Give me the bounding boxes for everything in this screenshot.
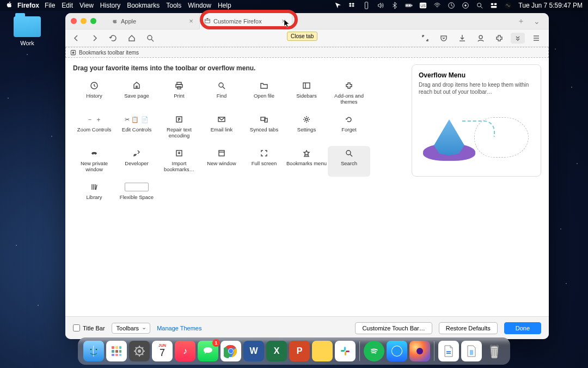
customize-item-repair-text[interactable]: Repair text encoding	[158, 112, 200, 143]
menu-tools[interactable]: Tools	[166, 2, 181, 9]
battery-icon[interactable]	[405, 2, 413, 9]
siri-icon[interactable]	[504, 2, 512, 9]
dock-slack[interactable]	[335, 341, 356, 361]
dock-music[interactable]: ♪	[175, 341, 195, 361]
app-menu-button[interactable]	[529, 33, 543, 44]
overflow-menu-panel[interactable]: Overflow Menu Drag and drop items here t…	[412, 64, 541, 177]
done-button[interactable]: Done	[504, 322, 541, 334]
dock-word[interactable]: W	[243, 341, 264, 361]
customize-item-edit-controls[interactable]: ✂ 📋 📄Edit Controls	[115, 112, 158, 143]
customize-item-zoom[interactable]: － ＋Zoom Controls	[73, 112, 115, 143]
dock-trash[interactable]	[484, 341, 505, 361]
downloads-button[interactable]	[455, 33, 469, 44]
menu-bookmarks[interactable]: Bookmarks	[127, 2, 160, 9]
customize-item-open-file[interactable]: Open file	[243, 79, 285, 109]
window-close-button[interactable]	[71, 18, 77, 24]
menu-file[interactable]: File	[45, 2, 55, 9]
menubar-app-name[interactable]: Firefox	[17, 2, 39, 9]
customize-item-search[interactable]: Search	[328, 146, 370, 177]
tabs-dropdown-button[interactable]: ⌄	[534, 17, 540, 26]
bluetooth-icon[interactable]	[391, 2, 399, 9]
location-icon[interactable]	[334, 2, 342, 9]
item-label: Open file	[254, 93, 274, 99]
customize-item-new-window[interactable]: New window	[200, 146, 243, 177]
customize-item-print[interactable]: Print	[158, 79, 200, 109]
customize-favicon	[204, 18, 211, 25]
forward-button[interactable]	[89, 33, 100, 44]
reload-button[interactable]	[108, 33, 119, 44]
spotlight-icon[interactable]	[476, 2, 483, 9]
search-button[interactable]	[145, 33, 156, 44]
customize-item-library[interactable]: Library	[73, 180, 115, 210]
menu-help[interactable]: Help	[218, 2, 231, 9]
customize-item-import-bm[interactable]: Import bookmarks…	[158, 146, 200, 177]
customize-item-developer[interactable]: Developer	[115, 146, 158, 177]
customize-item-bookmarks-menu[interactable]: Bookmarks menu	[285, 146, 328, 177]
home-button[interactable]	[126, 33, 137, 44]
dock-powerpoint[interactable]: P	[289, 341, 310, 361]
dock-messages[interactable]: 1	[198, 341, 218, 361]
customize-item-synced-tabs[interactable]: Synced tabs	[243, 112, 285, 143]
svg-rect-21	[177, 87, 181, 89]
sync-icon[interactable]	[448, 2, 455, 9]
tab-close-icon[interactable]: ×	[280, 17, 287, 25]
dropbox-icon[interactable]	[348, 2, 356, 9]
restore-defaults-button[interactable]: Restore Defaults	[439, 322, 498, 334]
overflow-button[interactable]	[511, 33, 525, 44]
dock-document-2[interactable]	[461, 341, 482, 361]
menu-window[interactable]: Window	[188, 2, 211, 9]
dock-spotify[interactable]	[364, 341, 384, 361]
pocket-button[interactable]	[437, 33, 451, 44]
title-bar-checkbox[interactable]: Title Bar	[73, 324, 105, 331]
account-button[interactable]	[474, 33, 488, 44]
customize-item-full-screen[interactable]: Full screen	[243, 146, 285, 177]
customize-item-new-private[interactable]: New private window	[73, 146, 115, 177]
customize-touchbar-button[interactable]: Customize Touch Bar…	[355, 322, 432, 334]
control-center-icon[interactable]	[490, 2, 498, 9]
menubar-clock[interactable]: Tue Jun 7 5:59:47 PM	[518, 2, 583, 9]
dock-safari[interactable]	[387, 341, 407, 361]
customize-item-forget[interactable]: Forget	[328, 112, 370, 143]
dock-document[interactable]	[438, 341, 459, 361]
customize-item-sidebars[interactable]: Sidebars	[285, 79, 328, 109]
extensions-button[interactable]	[492, 33, 506, 44]
customize-item-addons[interactable]: Add-ons and themes	[328, 79, 370, 109]
tab-apple[interactable]: Apple ×	[107, 13, 200, 29]
customize-item-flex-space[interactable]: Flexible Space	[115, 180, 158, 210]
tab-customize-firefox[interactable]: Customize Firefox ×	[200, 13, 292, 29]
tab-close-icon[interactable]: ×	[187, 17, 195, 25]
customize-item-save-page[interactable]: Save page	[115, 79, 158, 109]
input-source-icon[interactable]: US	[419, 2, 427, 9]
customize-item-email-link[interactable]: Email link	[200, 112, 243, 143]
window-zoom-button[interactable]	[90, 18, 96, 24]
manage-themes-link[interactable]: Manage Themes	[157, 325, 201, 331]
menu-history[interactable]: History	[100, 2, 120, 9]
dock-excel[interactable]: X	[266, 341, 287, 361]
back-button[interactable]	[71, 33, 82, 44]
dock-launchpad[interactable]	[106, 341, 127, 361]
dock-settings[interactable]	[129, 341, 150, 361]
item-label: Full screen	[252, 161, 277, 167]
window-minimize-button[interactable]	[81, 18, 87, 24]
menu-view[interactable]: View	[79, 2, 94, 9]
bookmarks-toolbar-placeholder[interactable]: Bookmarks toolbar items	[65, 47, 549, 58]
new-tab-button[interactable]: ＋	[517, 16, 525, 26]
dock-firefox[interactable]	[409, 341, 430, 361]
updates-icon[interactable]	[462, 2, 469, 9]
dock-notes[interactable]	[312, 341, 333, 361]
screenshot-button[interactable]	[418, 33, 432, 44]
customize-item-settings[interactable]: Settings	[285, 112, 328, 143]
desktop-folder-work[interactable]: Work	[11, 16, 44, 46]
dock-chrome[interactable]	[220, 341, 241, 361]
menu-edit[interactable]: Edit	[62, 2, 73, 9]
svg-rect-45	[119, 354, 121, 356]
toolbars-dropdown[interactable]: Toolbars	[112, 323, 151, 334]
customize-item-history[interactable]: History	[73, 79, 115, 109]
dock-calendar[interactable]: JUN7	[152, 341, 173, 361]
phone-icon[interactable]	[363, 2, 370, 9]
volume-icon[interactable]	[377, 2, 384, 9]
apple-menu-icon[interactable]	[5, 1, 13, 10]
customize-item-find[interactable]: Find	[200, 79, 243, 109]
dock-finder[interactable]	[83, 341, 104, 361]
wifi-icon[interactable]	[433, 2, 441, 9]
